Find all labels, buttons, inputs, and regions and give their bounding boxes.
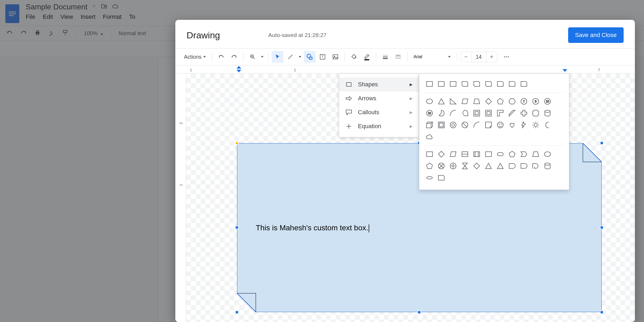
shape-bevel[interactable]	[436, 120, 447, 130]
shape-round-1[interactable]	[495, 79, 506, 89]
shape-pentagon2[interactable]	[507, 149, 517, 160]
shape-cylinder[interactable]	[542, 161, 553, 171]
shape-menu-equation[interactable]: Equation ▶	[339, 119, 419, 133]
undo-icon[interactable]	[215, 51, 227, 63]
shape-pentagon3[interactable]	[424, 161, 435, 171]
textbox-content[interactable]: This is Mahesh's custom text box.	[256, 224, 369, 232]
shape-cloud[interactable]	[424, 131, 435, 142]
shape-snip-rect[interactable]	[448, 79, 458, 89]
zoom-icon[interactable]	[247, 51, 258, 63]
resize-handle-bottom-right[interactable]	[600, 310, 604, 314]
font-size-value[interactable]: 14	[471, 52, 486, 62]
shape-block-arc[interactable]	[471, 120, 482, 130]
shape-can[interactable]	[542, 108, 553, 119]
textbox-tool-icon[interactable]: T	[317, 51, 328, 63]
shape-plus-circle[interactable]	[448, 161, 458, 171]
shape-chevron[interactable]	[519, 149, 529, 160]
shape-arc[interactable]	[448, 108, 458, 119]
shape-triangle[interactable]	[436, 96, 447, 107]
border-weight-icon[interactable]	[379, 51, 391, 63]
shape-round-poly[interactable]	[436, 172, 447, 183]
resize-handle-bottom[interactable]	[417, 310, 421, 314]
shape-octagon[interactable]: 8	[530, 96, 541, 107]
shape-plaque[interactable]	[530, 108, 541, 119]
shape-lightning[interactable]	[519, 120, 529, 130]
shape-menu-callouts[interactable]: Callouts ▶	[339, 105, 419, 119]
shape-snip-diag[interactable]	[471, 79, 482, 89]
shape-menu-shapes[interactable]: Shapes ▶	[339, 77, 419, 91]
shape-crossed-circle[interactable]	[436, 161, 447, 171]
border-color-icon[interactable]	[361, 51, 373, 63]
shape-small-diamond[interactable]	[471, 161, 482, 171]
indent-marker-icon[interactable]	[236, 66, 241, 73]
font-size-decrease-button[interactable]: −	[461, 52, 471, 62]
shape-teardrop[interactable]	[460, 108, 470, 119]
shape-round-2[interactable]	[507, 79, 517, 89]
shape-ellipse2[interactable]	[542, 149, 553, 160]
shape-heptagon[interactable]: 7	[519, 96, 529, 107]
shape-triangle2[interactable]	[483, 161, 494, 171]
shape-heart[interactable]	[507, 120, 517, 130]
shape-round-diag[interactable]	[519, 79, 529, 89]
redo-icon[interactable]	[228, 51, 240, 63]
shape-rt-triangle[interactable]	[448, 96, 458, 107]
shape-dshape2[interactable]	[519, 161, 529, 171]
shape-pie[interactable]	[436, 108, 447, 119]
shape-diag-stripe[interactable]	[507, 108, 517, 119]
shape-diamond2[interactable]	[436, 149, 447, 160]
shape-cube[interactable]	[424, 120, 435, 130]
vertical-ruler[interactable]: 2 1	[175, 73, 186, 322]
shape-snip-all[interactable]	[483, 79, 494, 89]
shape-multi-rect[interactable]	[483, 149, 494, 160]
shape-diamond[interactable]	[483, 96, 494, 107]
fill-color-icon[interactable]	[348, 51, 360, 63]
zoom-dropdown-icon[interactable]	[260, 51, 265, 63]
select-tool-icon[interactable]	[272, 51, 283, 63]
shape-sun[interactable]	[530, 120, 541, 130]
shape-moon[interactable]	[542, 120, 553, 130]
resize-handle-bottom-left[interactable]	[235, 310, 239, 314]
resize-handle-left[interactable]	[235, 226, 239, 229]
shape-triangle-down[interactable]	[495, 161, 506, 171]
shape-trapezoid[interactable]	[471, 96, 482, 107]
shape-parallelogram2[interactable]	[448, 149, 458, 160]
font-selector[interactable]: Arial	[411, 53, 454, 61]
shape-pentagon[interactable]	[495, 96, 506, 107]
more-options-icon[interactable]	[501, 51, 512, 63]
shape-no-symbol[interactable]	[460, 120, 470, 130]
resize-handle-top-right[interactable]	[600, 141, 604, 145]
right-indent-marker-icon[interactable]	[562, 69, 567, 72]
shape-parallelogram[interactable]	[460, 96, 470, 107]
shape-decagon[interactable]: 10	[542, 96, 553, 107]
border-dash-icon[interactable]	[392, 51, 404, 63]
shape-round-rect[interactable]	[436, 79, 447, 89]
shape-rect[interactable]	[424, 79, 435, 89]
line-tool-dropdown-icon[interactable]	[297, 51, 303, 63]
shape-rect-slash[interactable]	[460, 149, 470, 160]
image-tool-icon[interactable]	[330, 51, 341, 63]
shape-menu-arrows[interactable]: Arrows ▶	[339, 91, 419, 105]
shape-dshape[interactable]	[507, 161, 517, 171]
shape-plus[interactable]	[519, 108, 529, 119]
shape-stadium[interactable]	[495, 149, 506, 160]
shape-hexagon[interactable]	[507, 96, 517, 107]
font-size-increase-button[interactable]: +	[486, 52, 497, 62]
save-and-close-button[interactable]: Save and Close	[568, 27, 624, 43]
drawing-canvas[interactable]: This is Mahesh's custom text box. Shapes…	[186, 73, 635, 322]
shape-trap2[interactable]	[530, 149, 541, 160]
horizontal-ruler[interactable]: 1 1 7	[175, 65, 635, 73]
shape-hourglass[interactable]	[460, 161, 470, 171]
shape-snip-2[interactable]	[460, 79, 470, 89]
shape-half-frame[interactable]	[483, 108, 494, 119]
shape-l-shape[interactable]	[495, 108, 506, 119]
shape-qshape[interactable]	[530, 161, 541, 171]
shape-lens[interactable]	[424, 172, 435, 183]
shape-smiley[interactable]	[495, 120, 506, 130]
actions-menu-button[interactable]: Actions	[181, 54, 209, 60]
shape-tool-icon[interactable]	[304, 51, 316, 63]
shape-rect2[interactable]	[424, 149, 435, 160]
shape-dodecagon[interactable]: 10	[424, 108, 435, 119]
shape-folded-corner[interactable]	[483, 120, 494, 130]
shape-rect-bar[interactable]	[471, 149, 482, 160]
line-tool-icon[interactable]	[284, 51, 296, 63]
